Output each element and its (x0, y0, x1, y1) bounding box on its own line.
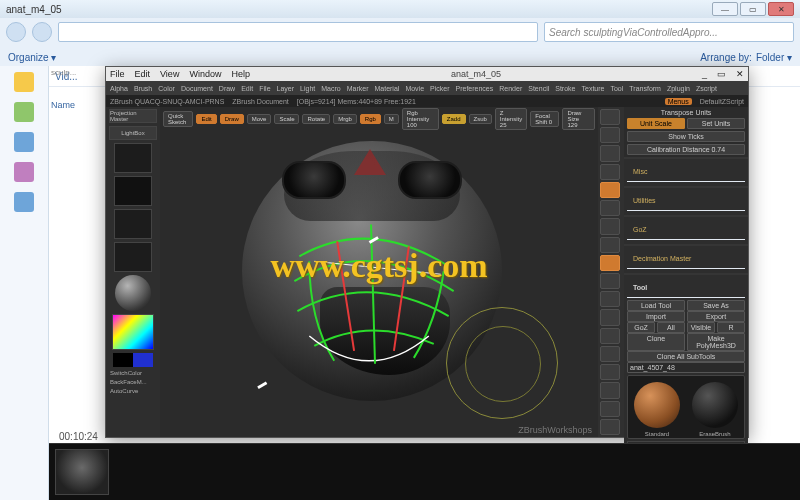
save-as-button[interactable]: Save As (687, 300, 745, 311)
ghost-icon[interactable] (600, 382, 620, 398)
tool-header[interactable]: Tool (627, 277, 745, 298)
persp-icon[interactable] (600, 182, 620, 198)
shelf-prefs[interactable]: Preferences (456, 85, 494, 92)
misc-header[interactable]: Misc (627, 161, 745, 182)
frame-icon[interactable] (600, 255, 620, 271)
xyz-icon[interactable] (600, 328, 620, 344)
stroke-slot[interactable] (114, 176, 152, 206)
local-icon[interactable] (600, 218, 620, 234)
lightbox-button[interactable]: LightBox (109, 126, 157, 140)
organize-menu[interactable]: Organize ▾ (8, 52, 56, 63)
lconst-icon[interactable] (600, 237, 620, 253)
default-zscript[interactable]: DefaultZScript (700, 98, 744, 105)
autocurve-button[interactable]: AutoCurve (108, 388, 158, 394)
video-thumbnail[interactable] (55, 449, 109, 495)
set-units-button[interactable]: Set Units (687, 118, 745, 129)
homegroup-icon[interactable] (14, 132, 34, 152)
back-button[interactable] (6, 22, 26, 42)
color-swatches[interactable] (113, 353, 153, 367)
backface-button[interactable]: BackFaceM... (108, 379, 158, 385)
libraries-icon[interactable] (14, 102, 34, 122)
rotate-nav-icon[interactable] (600, 309, 620, 325)
close-button[interactable]: ✕ (768, 2, 794, 16)
shelf-edit[interactable]: Edit (241, 85, 253, 92)
zbrush-canvas[interactable]: Quick Sketch Edit Draw Move Scale Rotate… (160, 107, 598, 437)
shelf-tool[interactable]: Tool (610, 85, 623, 92)
shelf-render[interactable]: Render (499, 85, 522, 92)
xpose-icon[interactable] (600, 419, 620, 435)
shelf-macro[interactable]: Macro (321, 85, 340, 92)
polyf-icon[interactable] (600, 346, 620, 362)
shelf-document[interactable]: Document (181, 85, 213, 92)
shelf-layer[interactable]: Layer (277, 85, 295, 92)
shelf-alpha[interactable]: Alpha (110, 85, 128, 92)
shelf-light[interactable]: Light (300, 85, 315, 92)
address-bar[interactable] (58, 22, 538, 42)
shelf-zplugin[interactable]: Zplugin (667, 85, 690, 92)
load-tool-button[interactable]: Load Tool (627, 300, 685, 311)
unit-scale-button[interactable]: Unit Scale (627, 118, 685, 129)
minimize-button[interactable]: — (712, 2, 738, 16)
move-nav-icon[interactable] (600, 273, 620, 289)
menu-file[interactable]: File (110, 69, 125, 79)
import-button[interactable]: Import (627, 311, 685, 322)
show-ticks-button[interactable]: Show Ticks (627, 131, 745, 142)
shelf-texture[interactable]: Texture (581, 85, 604, 92)
texture-slot[interactable] (114, 242, 152, 272)
col-name[interactable]: Name (51, 100, 75, 110)
alpha-slot[interactable] (114, 209, 152, 239)
shelf-draw[interactable]: Draw (219, 85, 235, 92)
switchcolor-button[interactable]: SwitchColor (108, 370, 158, 376)
shelf-brush[interactable]: Brush (134, 85, 152, 92)
actual-icon[interactable] (600, 145, 620, 161)
shelf-picker[interactable]: Picker (430, 85, 449, 92)
brush-slot[interactable] (114, 143, 152, 173)
clone-button[interactable]: Clone (627, 333, 685, 351)
shelf-transform[interactable]: Transform (629, 85, 661, 92)
goz-all-button[interactable]: All (657, 322, 685, 333)
transp-icon[interactable] (600, 364, 620, 380)
calibration-slider[interactable]: Calibration Distance 0.74 (627, 144, 745, 155)
scroll-icon[interactable] (600, 109, 620, 125)
shelf-movie[interactable]: Movie (405, 85, 424, 92)
shelf-stroke[interactable]: Stroke (555, 85, 575, 92)
tool-name[interactable]: anat_4507_48 (627, 362, 745, 373)
goz-button[interactable]: GoZ (627, 322, 655, 333)
menu-help[interactable]: Help (231, 69, 250, 79)
menu-view[interactable]: View (160, 69, 179, 79)
explorer-navpane[interactable] (0, 66, 49, 500)
arrange-value[interactable]: Folder ▾ (756, 52, 792, 63)
maximize-button[interactable]: ▭ (740, 2, 766, 16)
zbrush-maximize-icon[interactable]: ▭ (717, 69, 726, 79)
export-button[interactable]: Export (687, 311, 745, 322)
search-input[interactable]: Search sculptingViaControlledAppro... (544, 22, 794, 42)
material-preview[interactable] (115, 275, 151, 311)
clone-all-button[interactable]: Clone All SubTools (627, 351, 745, 362)
menu-edit[interactable]: Edit (135, 69, 151, 79)
solo-icon[interactable] (600, 401, 620, 417)
scale-nav-icon[interactable] (600, 291, 620, 307)
utilities-header[interactable]: Utilities (627, 190, 745, 211)
color-picker[interactable] (112, 314, 154, 350)
goz-header[interactable]: GoZ (627, 219, 745, 240)
floor-icon[interactable] (600, 200, 620, 216)
shelf-color[interactable]: Color (158, 85, 175, 92)
favorites-icon[interactable] (14, 72, 34, 92)
network-icon[interactable] (14, 192, 34, 212)
shelf-material[interactable]: Material (374, 85, 399, 92)
r-button[interactable]: R (717, 322, 745, 333)
shelf-zscript[interactable]: Zscript (696, 85, 717, 92)
decimation-header[interactable]: Decimation Master (627, 248, 745, 269)
polymesh3d-button[interactable]: Make PolyMesh3D (687, 333, 745, 351)
standard-brush-icon[interactable] (634, 382, 680, 428)
menu-window[interactable]: Window (189, 69, 221, 79)
tool-preview[interactable]: Standard EraseBrush (627, 375, 745, 439)
forward-button[interactable] (32, 22, 52, 42)
aahalf-icon[interactable] (600, 164, 620, 180)
shelf-file[interactable]: File (259, 85, 270, 92)
menus-toggle[interactable]: Menus (665, 98, 692, 105)
zoom-icon[interactable] (600, 127, 620, 143)
zbrush-minimize-icon[interactable]: _ (702, 69, 707, 79)
zbrush-close-icon[interactable]: ✕ (736, 69, 744, 79)
erase-brush-icon[interactable] (692, 382, 738, 428)
